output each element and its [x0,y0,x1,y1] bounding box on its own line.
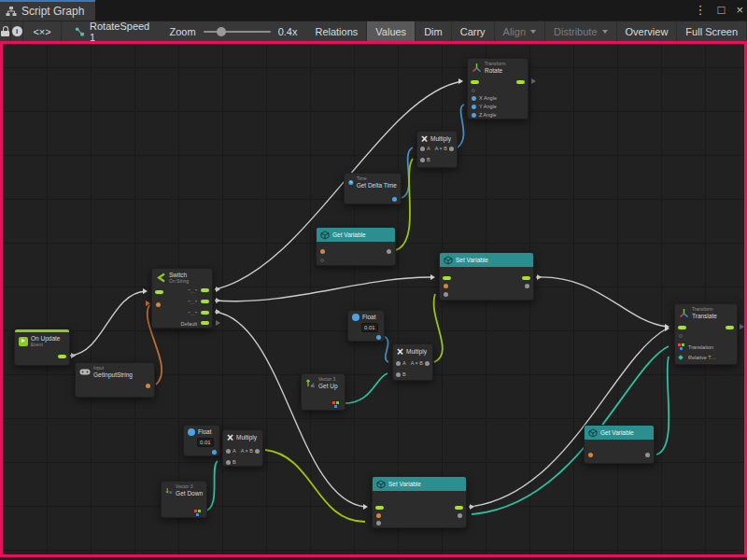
float-value-field[interactable]: 0.01 [197,438,214,447]
zoom-label: Zoom [170,26,196,37]
node-float-top[interactable]: Float 0.01 [347,310,385,342]
translation-port-icon[interactable] [678,343,686,350]
case-label: "…" [189,301,197,306]
flow-output-port[interactable] [455,506,463,510]
node-multiply-bottom[interactable]: × Multiply A B A × B [222,429,263,467]
window-menu-icon[interactable]: ⋮ [695,0,707,21]
input-a-port[interactable] [420,147,425,151]
toolbar-button-carry[interactable]: Carry [452,21,495,41]
flow-input-port[interactable] [443,276,451,280]
float-output-port[interactable] [212,450,217,455]
toolbar-button-fullscreen[interactable]: Full Screen [677,21,747,41]
node-transform-rotate[interactable]: Transform Rotate X Angle Y Angle Z Angle [467,58,529,119]
toolbar-button-distribute[interactable]: Distribute [545,21,616,41]
flow-input-port[interactable] [678,326,686,329]
flow-input-port[interactable] [471,80,479,84]
x-angle-port[interactable] [472,96,476,101]
node-multiply-top[interactable]: × Multiply A B A × B [416,131,458,168]
zoom-to-fit-button[interactable]: <×> [23,21,62,41]
node-get-variable-bottom-right[interactable]: Get Variable [584,425,655,464]
toolbar-button-values[interactable]: Values [367,21,416,41]
update-event-icon [19,337,28,346]
vector3-output-port[interactable] [332,401,341,408]
wire-onupdate-switch [70,291,146,356]
result-output-port[interactable] [425,361,430,366]
node-get-delta-time[interactable]: Time Get Delta Time [344,173,402,204]
node-multiply-mid[interactable]: × Multiply A B A × B [392,343,433,381]
lock-button[interactable] [0,21,11,41]
breadcrumb[interactable]: RotateSpeed 1 [62,21,160,41]
result-output-port[interactable] [255,449,260,454]
value-input-port[interactable] [376,521,381,525]
cube-icon [588,428,598,438]
name-input-port[interactable] [588,453,593,457]
flow-output-port[interactable] [726,326,734,329]
float-output-port[interactable] [392,197,397,202]
z-angle-port[interactable] [472,113,476,118]
graph-canvas[interactable]: On Update Event Input GetInputString [0,41,747,557]
float-output-port[interactable] [376,335,381,340]
relative-to-port-icon[interactable] [678,355,684,360]
wire-getup-multiply [342,373,388,403]
value-output-port[interactable] [387,249,391,254]
name-input-port[interactable] [444,284,448,288]
input-b-port[interactable] [226,460,231,465]
default-output-port[interactable] [201,321,209,325]
case-output-port[interactable] [201,300,209,303]
toolbar-button-overview[interactable]: Overview [617,21,678,41]
name-input-port[interactable] [320,249,325,254]
wire-setvariable-bottom-translate [469,329,667,507]
case-label: "…" [189,312,197,317]
zoom-slider[interactable] [204,31,271,33]
tab-script-graph[interactable]: Script Graph [0,0,95,21]
target-input-port[interactable] [472,89,475,92]
node-set-variable-bottom[interactable]: Set Variable [372,476,467,528]
window-maximize-icon[interactable]: □ [718,0,726,21]
node-float-bottom[interactable]: Float 0.01 [183,425,220,456]
input-a-port[interactable] [226,449,231,454]
flow-output-port[interactable] [58,355,66,358]
fallback-input-port[interactable] [320,259,324,262]
case-label: "…" [189,289,197,295]
toolbar-button-align[interactable]: Align [495,21,545,41]
graph-asset-icon [75,26,85,37]
value-output-port[interactable] [458,513,462,518]
event-color-bar [15,329,69,332]
node-switch-on-string[interactable]: Switch On String "…" "…" "…" Default [151,268,213,329]
case-output-port[interactable] [201,288,209,292]
toolbar-button-dim[interactable]: Dim [416,21,452,41]
node-set-variable-mid[interactable]: Set Variable [439,252,534,301]
node-get-input-string[interactable]: Input GetInputString [75,362,155,398]
input-b-port[interactable] [420,158,425,162]
flow-input-port[interactable] [155,290,163,294]
vector3-output-port[interactable] [194,510,203,516]
result-output-port[interactable] [449,147,454,151]
value-output-port[interactable] [525,284,529,288]
zoom-slider-handle[interactable] [217,27,226,36]
name-input-port[interactable] [376,513,381,518]
tab-bar: Script Graph ⋮ □ × [0,0,747,21]
wire-multiply-setvariable-bottom [265,450,365,522]
node-transform-translate[interactable]: Transform Translate Translation Relative… [674,303,738,365]
flow-input-port[interactable] [375,506,384,510]
node-on-update[interactable]: On Update Event [14,329,70,366]
input-a-port[interactable] [396,361,401,366]
default-label: Default [181,322,197,328]
flow-output-port[interactable] [522,276,530,280]
string-output-port[interactable] [146,384,150,388]
inspect-button[interactable] [11,21,22,41]
node-get-variable-top[interactable]: Get Variable [316,227,396,266]
input-b-port[interactable] [396,372,401,377]
flow-output-port[interactable] [516,80,525,84]
toolbar-button-relations[interactable]: Relations [306,21,367,41]
selector-input-port[interactable] [156,302,161,307]
node-vector3-get-down[interactable]: Vector 3 Get Down [161,481,207,518]
y-angle-port[interactable] [472,105,476,109]
target-input-port[interactable] [679,334,683,338]
node-vector3-get-up[interactable]: Vector 3 Get Up [301,373,345,411]
case-output-port[interactable] [201,311,209,315]
value-input-port[interactable] [444,292,448,297]
value-output-port[interactable] [645,453,650,457]
float-value-field[interactable]: 0.01 [361,323,378,332]
window-close-icon[interactable]: × [736,0,743,21]
